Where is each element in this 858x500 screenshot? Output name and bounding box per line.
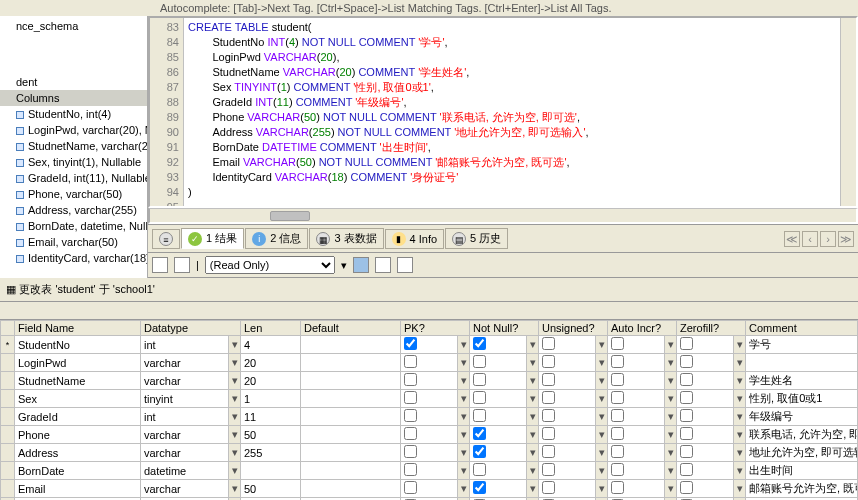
cell-unsigned[interactable]	[539, 354, 596, 372]
cell-len[interactable]	[241, 462, 301, 480]
zf-dropdown-icon[interactable]: ▾	[734, 336, 746, 354]
h-datatype[interactable]: Datatype	[141, 321, 241, 336]
flag-checkbox[interactable]	[542, 337, 555, 350]
cell-notnull[interactable]	[470, 408, 527, 426]
cell-zerofill[interactable]	[677, 444, 734, 462]
flag-checkbox[interactable]	[680, 373, 693, 386]
cell-autoincr[interactable]	[608, 480, 665, 498]
cell-datatype[interactable]: int	[141, 336, 229, 354]
table-row[interactable]: LoginPwdvarchar▾20▾▾▾▾▾	[1, 354, 858, 372]
h-pk[interactable]: PK?	[401, 321, 470, 336]
cell-len[interactable]: 20	[241, 372, 301, 390]
cell-zerofill[interactable]	[677, 390, 734, 408]
cell-field[interactable]: LoginPwd	[15, 354, 141, 372]
table-row[interactable]: BornDatedatetime▾▾▾▾▾▾出生时间	[1, 462, 858, 480]
h-field[interactable]: Field Name	[15, 321, 141, 336]
table-row[interactable]: Phonevarchar▾50▾▾▾▾▾联系电话, 允许为空, 即	[1, 426, 858, 444]
flag-checkbox[interactable]	[404, 391, 417, 404]
save-icon[interactable]	[353, 257, 369, 273]
grid-icon[interactable]	[174, 257, 190, 273]
table-node[interactable]: dent	[0, 74, 147, 90]
flag-checkbox[interactable]	[542, 445, 555, 458]
us-dropdown-icon[interactable]: ▾	[596, 444, 608, 462]
datatype-dropdown-icon[interactable]: ▾	[229, 462, 241, 480]
flag-checkbox[interactable]	[680, 445, 693, 458]
cell-pk[interactable]	[401, 354, 458, 372]
cell-field[interactable]: BornDate	[15, 462, 141, 480]
flag-checkbox[interactable]	[680, 409, 693, 422]
h-comment[interactable]: Comment	[746, 321, 858, 336]
cell-default[interactable]	[301, 354, 401, 372]
datatype-dropdown-icon[interactable]: ▾	[229, 354, 241, 372]
flag-checkbox[interactable]	[611, 409, 624, 422]
ai-dropdown-icon[interactable]: ▾	[665, 336, 677, 354]
flag-checkbox[interactable]	[542, 409, 555, 422]
cell-zerofill[interactable]	[677, 372, 734, 390]
column-node[interactable]: Address, varchar(255)	[0, 202, 147, 218]
cell-unsigned[interactable]	[539, 426, 596, 444]
cell-notnull[interactable]	[470, 354, 527, 372]
schema-node[interactable]: nce_schema	[0, 18, 147, 34]
pk-dropdown-icon[interactable]: ▾	[458, 462, 470, 480]
flag-checkbox[interactable]	[473, 463, 486, 476]
object-browser[interactable]: nce_schema dent Columns StudentNo, int(4…	[0, 16, 148, 278]
nn-dropdown-icon[interactable]: ▾	[527, 354, 539, 372]
columns-table[interactable]: Field Name Datatype Len Default PK? Not …	[0, 320, 858, 500]
us-dropdown-icon[interactable]: ▾	[596, 372, 608, 390]
zf-dropdown-icon[interactable]: ▾	[734, 480, 746, 498]
us-dropdown-icon[interactable]: ▾	[596, 426, 608, 444]
flag-checkbox[interactable]	[473, 373, 486, 386]
us-dropdown-icon[interactable]: ▾	[596, 480, 608, 498]
cell-default[interactable]	[301, 462, 401, 480]
cell-comment[interactable]: 学生姓名	[746, 372, 858, 390]
cell-pk[interactable]	[401, 372, 458, 390]
cell-len[interactable]: 255	[241, 444, 301, 462]
flag-checkbox[interactable]	[680, 391, 693, 404]
cell-len[interactable]: 20	[241, 354, 301, 372]
ai-dropdown-icon[interactable]: ▾	[665, 372, 677, 390]
cell-datatype[interactable]: tinyint	[141, 390, 229, 408]
ai-dropdown-icon[interactable]: ▾	[665, 390, 677, 408]
flag-checkbox[interactable]	[404, 355, 417, 368]
nn-dropdown-icon[interactable]: ▾	[527, 462, 539, 480]
datatype-dropdown-icon[interactable]: ▾	[229, 444, 241, 462]
cell-unsigned[interactable]	[539, 372, 596, 390]
vertical-scrollbar[interactable]	[840, 18, 856, 206]
tab-history[interactable]: ▤5 历史	[445, 228, 508, 249]
flag-checkbox[interactable]	[680, 463, 693, 476]
cell-autoincr[interactable]	[608, 444, 665, 462]
nn-dropdown-icon[interactable]: ▾	[527, 480, 539, 498]
table-row[interactable]: *StudentNoint▾4▾▾▾▾▾学号	[1, 336, 858, 354]
cell-autoincr[interactable]	[608, 336, 665, 354]
flag-checkbox[interactable]	[404, 337, 417, 350]
pk-dropdown-icon[interactable]: ▾	[458, 372, 470, 390]
cell-unsigned[interactable]	[539, 390, 596, 408]
flag-checkbox[interactable]	[611, 337, 624, 350]
table-row[interactable]: Addressvarchar▾255▾▾▾▾▾地址允许为空, 即可选输	[1, 444, 858, 462]
flag-checkbox[interactable]	[680, 427, 693, 440]
cell-datatype[interactable]: varchar	[141, 372, 229, 390]
flag-checkbox[interactable]	[611, 463, 624, 476]
flag-checkbox[interactable]	[611, 391, 624, 404]
cell-comment[interactable]: 邮箱账号允许为空, 既可	[746, 480, 858, 498]
flag-checkbox[interactable]	[611, 445, 624, 458]
flag-checkbox[interactable]	[404, 427, 417, 440]
cell-comment[interactable]: 联系电话, 允许为空, 即	[746, 426, 858, 444]
pk-dropdown-icon[interactable]: ▾	[458, 408, 470, 426]
us-dropdown-icon[interactable]: ▾	[596, 408, 608, 426]
h-default[interactable]: Default	[301, 321, 401, 336]
us-dropdown-icon[interactable]: ▾	[596, 354, 608, 372]
column-node[interactable]: Sex, tinyint(1), Nullable	[0, 154, 147, 170]
column-node[interactable]: Email, varchar(50)	[0, 234, 147, 250]
flag-checkbox[interactable]	[404, 409, 417, 422]
nn-dropdown-icon[interactable]: ▾	[527, 426, 539, 444]
zf-dropdown-icon[interactable]: ▾	[734, 444, 746, 462]
cell-datatype[interactable]: varchar	[141, 354, 229, 372]
table-row[interactable]: GradeIdint▾11▾▾▾▾▾年级编号	[1, 408, 858, 426]
pager-last-icon[interactable]: ≫	[838, 231, 854, 247]
tab-data[interactable]: ▦3 表数据	[309, 228, 383, 249]
zf-dropdown-icon[interactable]: ▾	[734, 408, 746, 426]
pk-dropdown-icon[interactable]: ▾	[458, 480, 470, 498]
pk-dropdown-icon[interactable]: ▾	[458, 354, 470, 372]
cell-datatype[interactable]: varchar	[141, 480, 229, 498]
